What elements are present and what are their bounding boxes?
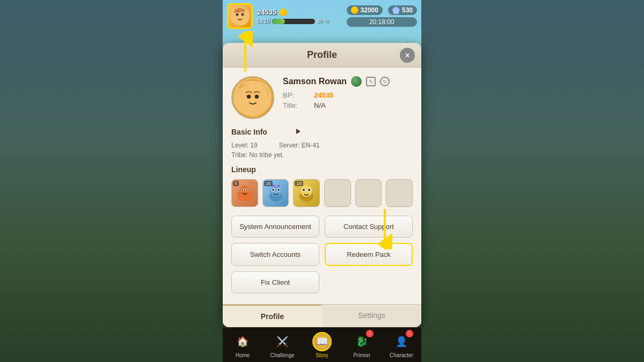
- svg-point-9: [255, 94, 259, 98]
- avatar-face-icon: [230, 6, 250, 26]
- level-server-row: Level: 19 Server: EN-41: [231, 142, 413, 149]
- dialog-tabs: Profile Settings: [223, 304, 421, 327]
- char-avatar-face: [233, 78, 273, 117]
- monster-level-1: 5: [233, 181, 239, 186]
- character-nav-icon: 👤 1: [392, 332, 411, 351]
- gem-amount: 530: [402, 6, 413, 14]
- gem-currency: 530: [388, 5, 417, 15]
- dialog-body: Samson Rowan ✎ ↻ BP: 24535 Title: N/A Ba…: [223, 68, 421, 304]
- bottom-navigation: 🏠 Home ⚔️ Challenge 📖 Story 🐉 1 Primon 👤…: [223, 327, 421, 362]
- lineup-slot-1[interactable]: 5: [231, 179, 258, 207]
- lineup-slot-4[interactable]: [324, 179, 351, 207]
- bp-stat: BP: 24535: [283, 91, 413, 99]
- svg-point-8: [247, 94, 251, 98]
- lineup-slot-2[interactable]: 16: [262, 179, 289, 207]
- svg-point-11: [239, 186, 250, 196]
- challenge-nav-icon: ⚔️: [273, 332, 292, 351]
- lineup-slot-3[interactable]: 16: [293, 179, 320, 207]
- player-globe-icon: [351, 76, 362, 87]
- tribe-row: Tribe: No tribe yet.: [231, 151, 413, 159]
- lineup-slot-5[interactable]: [355, 179, 382, 207]
- svg-point-15: [246, 189, 247, 191]
- close-button[interactable]: ×: [400, 48, 415, 63]
- cursor-pointer: [296, 129, 301, 134]
- dialog-title: Profile: [307, 49, 337, 61]
- refresh-icon[interactable]: ↻: [380, 77, 390, 86]
- gold-amount: 32000: [361, 6, 378, 14]
- annotation-arrow-up: [235, 31, 256, 74]
- switch-accounts-button[interactable]: Switch Accounts: [231, 243, 319, 266]
- profile-name: Samson Rowan: [283, 77, 347, 86]
- exp-percent: 30: [317, 18, 323, 24]
- hud-bp-icon: [280, 9, 287, 16]
- lineup-slot-6[interactable]: [386, 179, 413, 207]
- profile-name-row: Samson Rowan ✎ ↻: [283, 76, 413, 87]
- exp-bar: [272, 19, 315, 24]
- lineup-header: Lineup: [231, 165, 413, 174]
- annotation-arrow-down: [374, 206, 396, 249]
- title-stat: Title: N/A: [283, 101, 413, 109]
- overlay-left: [0, 0, 223, 362]
- edit-name-icon[interactable]: ✎: [366, 77, 376, 86]
- profile-dialog: Profile × Samson Rowa: [223, 43, 421, 327]
- tribe-info: Tribe: No tribe yet.: [231, 151, 284, 159]
- profile-info: Samson Rowan ✎ ↻ BP: 24535 Title: N/A: [283, 76, 413, 112]
- timer: 20:18:00: [347, 17, 417, 27]
- gold-icon: [351, 6, 358, 14]
- system-announcement-button[interactable]: System Announcement: [231, 216, 319, 238]
- svg-point-27: [308, 189, 310, 191]
- title-label: Title:: [283, 101, 310, 109]
- home-nav-label: Home: [236, 352, 250, 358]
- svg-point-14: [241, 189, 243, 191]
- level-info: Level: 19: [231, 142, 258, 149]
- hud-player-info: 24535 Lv.19 30%: [257, 8, 329, 24]
- home-nav-icon: 🏠: [233, 332, 252, 351]
- story-nav-icon: 📖: [312, 332, 332, 351]
- player-avatar[interactable]: [227, 3, 253, 29]
- server-info: Server: EN-41: [279, 142, 320, 149]
- svg-point-26: [303, 189, 305, 191]
- lineup-section: Lineup 5 16: [231, 165, 413, 207]
- character-badge: 1: [406, 330, 413, 337]
- monster-level-3: 16: [295, 181, 303, 186]
- svg-point-21: [277, 189, 280, 191]
- redeem-pack-button[interactable]: Redeem Pack: [325, 243, 413, 266]
- hud-currencies: 32000 530 20:18:00: [347, 5, 417, 27]
- tab-profile[interactable]: Profile: [223, 305, 322, 327]
- primon-nav-icon: 🐉 1: [352, 332, 371, 351]
- character-nav-label: Character: [390, 352, 413, 358]
- contact-support-button[interactable]: Contact Support: [325, 216, 413, 238]
- nav-character[interactable]: 👤 1 Character: [382, 332, 421, 358]
- primon-nav-label: Primon: [353, 352, 370, 358]
- svg-point-20: [272, 189, 274, 191]
- title-stat-value: N/A: [314, 101, 326, 109]
- profile-section: Samson Rowan ✎ ↻ BP: 24535 Title: N/A: [231, 76, 413, 119]
- gem-icon: [392, 6, 400, 14]
- challenge-nav-label: Challenge: [270, 352, 294, 358]
- hud-bp-value: 24535: [257, 8, 276, 16]
- svg-point-7: [234, 79, 272, 116]
- hud-level: Lv.19: [257, 18, 270, 24]
- svg-point-2: [241, 13, 244, 16]
- basic-info-section: Basic Info Level: 19 Server: EN-41 Tribe…: [231, 128, 413, 159]
- lineup-grid: 5 16: [231, 179, 413, 207]
- story-nav-label: Story: [316, 352, 328, 358]
- bp-label: BP:: [283, 91, 310, 99]
- gold-currency: 32000: [347, 5, 383, 15]
- basic-info-header: Basic Info: [231, 128, 413, 136]
- nav-story[interactable]: 📖 Story: [302, 332, 342, 358]
- monster-level-2: 16: [264, 181, 273, 186]
- bp-stat-value: 24535: [314, 91, 333, 99]
- svg-point-1: [236, 13, 239, 16]
- primon-badge: 1: [366, 330, 374, 337]
- exp-bar-fill: [272, 19, 285, 24]
- nav-primon[interactable]: 🐉 1 Primon: [342, 332, 382, 358]
- overlay-right: [421, 0, 644, 362]
- character-avatar: [231, 76, 274, 119]
- tab-settings[interactable]: Settings: [322, 305, 421, 327]
- fix-client-button[interactable]: Fix Client: [231, 271, 319, 293]
- nav-home[interactable]: 🏠 Home: [223, 332, 262, 358]
- nav-challenge[interactable]: ⚔️ Challenge: [262, 332, 302, 358]
- top-hud: 24535 Lv.19 30% 32000 530 20:18:00: [223, 0, 421, 32]
